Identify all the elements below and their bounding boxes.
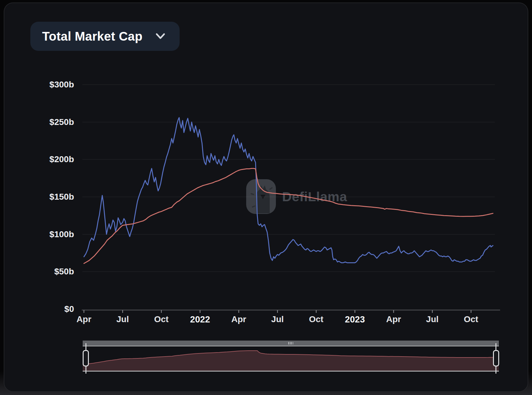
chart-card: Total Market Cap DefiLlama $300b$250b$20… (4, 2, 528, 392)
chart-canvas[interactable] (4, 3, 532, 395)
brush-right-handle[interactable] (493, 350, 499, 366)
drag-grip-icon[interactable] (288, 342, 293, 344)
series-line-blue (84, 118, 493, 263)
brush-scroll-bar[interactable] (83, 340, 499, 346)
brush-left-handle[interactable] (83, 350, 89, 366)
brush-area-fill (83, 351, 499, 371)
series-line-red (84, 168, 493, 264)
